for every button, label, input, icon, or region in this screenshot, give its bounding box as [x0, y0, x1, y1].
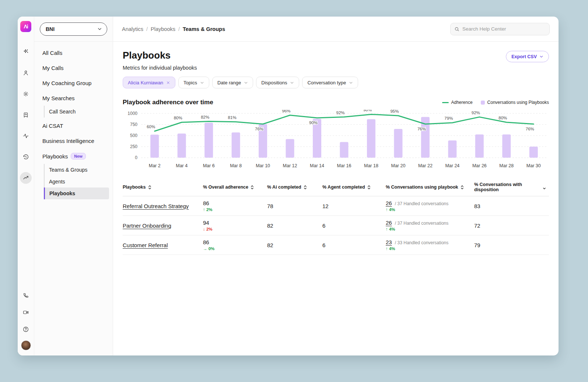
adherence-point-label: 80% — [174, 116, 182, 120]
sidebar-item-call-search[interactable]: Call Search — [45, 106, 109, 118]
page-title: Playbooks — [123, 50, 171, 61]
sidebar-item-all-calls[interactable]: All Calls — [39, 45, 109, 60]
help-search[interactable] — [450, 23, 550, 35]
phone-icon[interactable] — [20, 290, 32, 301]
adherence-point-label: 60% — [147, 125, 155, 129]
activity-icon[interactable] — [20, 130, 32, 142]
help-icon[interactable] — [20, 323, 32, 335]
conversations-delta: ↑ 4% — [386, 207, 471, 212]
app-logo-icon[interactable]: Λi — [20, 21, 31, 32]
history-icon[interactable] — [20, 151, 32, 163]
chevron-down-icon — [290, 81, 294, 85]
conversations-count-link[interactable]: 26 — [386, 200, 392, 206]
playbook-link[interactable]: Customer Referral — [123, 242, 168, 248]
conversations-bar[interactable] — [178, 134, 186, 158]
close-icon[interactable] — [166, 81, 170, 85]
x-tick-label: Mar 16 — [337, 163, 351, 168]
sidebar-item-my-coaching-group[interactable]: My Coaching Group — [39, 76, 109, 91]
adherence-point-label: 76% — [417, 127, 426, 131]
playbook-link[interactable]: Partner Onboarding — [123, 222, 171, 229]
legend-adherence: Adherence — [442, 100, 473, 105]
handled-conversations-label: / 37 Handled conversations — [395, 221, 448, 226]
playbook-link[interactable]: Referral Outreach Strategy — [123, 203, 189, 209]
table-row: Referral Outreach Strategy 86 ↑ 2% 78 12… — [123, 196, 549, 216]
x-tick-label: Mar 8 — [230, 163, 242, 168]
conversations-bar[interactable] — [502, 134, 511, 158]
rail-bottom — [20, 290, 32, 350]
x-tick-label: Mar 20 — [391, 163, 405, 168]
conversations-count-link[interactable]: 23 — [386, 239, 392, 245]
x-tick-label: Mar 12 — [283, 163, 297, 168]
col-agent-completed[interactable]: % Agent completed — [322, 178, 386, 196]
col-playbooks[interactable]: Playbooks — [123, 178, 203, 196]
chart-legend: Adherence Conversations using Playbooks — [442, 100, 549, 105]
handled-conversations-label: / 33 Handled conversations — [395, 240, 448, 245]
filter-date-range[interactable]: Date range — [212, 77, 253, 88]
overall-adherence-delta: ↑ 2% — [203, 207, 264, 212]
y-tick-label: 500 — [130, 133, 137, 138]
breadcrumb-analytics[interactable]: Analytics — [122, 26, 143, 32]
help-search-input[interactable] — [462, 26, 546, 32]
sidebar-item-agents[interactable]: Agents — [45, 176, 109, 188]
saved-search-icon[interactable] — [20, 109, 32, 121]
conversations-bar[interactable] — [204, 123, 213, 158]
x-tick-label: Mar 18 — [364, 163, 378, 168]
sidebar-item-my-searches[interactable]: My Searches — [39, 91, 109, 106]
col-conversations-with-disposition[interactable]: % Conversations with disposition — [474, 178, 549, 196]
conversations-bar[interactable] — [232, 133, 240, 158]
conversations-bar[interactable] — [340, 142, 349, 158]
conversations-bar[interactable] — [448, 140, 456, 158]
conversations-bar-swatch — [481, 101, 485, 105]
x-tick-label: Mar 24 — [445, 163, 459, 168]
conversations-count-link[interactable]: 26 — [386, 220, 392, 226]
overall-adherence-value: 86 — [203, 200, 264, 206]
conversations-bar[interactable] — [394, 129, 402, 158]
sidebar-item-teams-groups[interactable]: Teams & Groups — [45, 164, 109, 176]
breadcrumb-playbooks[interactable]: Playbooks — [151, 26, 175, 32]
conversations-bar[interactable] — [529, 147, 538, 158]
conversations-bar[interactable] — [367, 119, 375, 158]
col-conversations-using-playbook[interactable]: % Conversations using playbook — [386, 178, 474, 196]
sidebar: BNI All Calls My Calls My Coaching Group… — [34, 17, 113, 355]
sidebar-item-my-calls[interactable]: My Calls — [39, 60, 109, 76]
with-disposition-value: 72 — [474, 222, 480, 229]
chart-title: Playbook adherence over time — [123, 99, 213, 106]
topbar: Analytics / Playbooks / Teams & Groups — [113, 17, 559, 42]
sidebar-item-playbooks-sub[interactable]: Playbooks — [44, 188, 109, 199]
playbooks-table: Playbooks % Overall adherence % Ai compl… — [123, 178, 549, 255]
workspace-selector[interactable]: BNI — [40, 22, 107, 36]
adherence-point-label: 95% — [390, 110, 399, 113]
icon-rail: Λi — [18, 17, 34, 355]
user-icon[interactable] — [20, 67, 32, 79]
adherence-point-label: 80% — [498, 116, 507, 120]
sidebar-item-business-intelligence[interactable]: Business Intelligence — [39, 133, 109, 148]
user-avatar[interactable] — [21, 340, 31, 350]
col-overall-adherence[interactable]: % Overall adherence — [203, 178, 267, 196]
sidebar-item-ai-csat[interactable]: Ai CSAT — [39, 118, 109, 133]
x-tick-label: Mar 6 — [203, 163, 215, 168]
sparkles-icon[interactable] — [20, 46, 32, 58]
trending-up-icon[interactable] — [20, 172, 32, 184]
x-tick-label: Mar 2 — [149, 163, 161, 168]
agent-completed-value: 12 — [322, 203, 329, 209]
video-icon[interactable] — [20, 306, 32, 318]
filter-topics[interactable]: Topics — [178, 77, 209, 88]
export-csv-button[interactable]: Export CSV — [506, 51, 549, 62]
overall-adherence-delta: → 0% — [203, 246, 264, 251]
overall-adherence-delta: ↓ 2% — [203, 227, 264, 231]
adherence-point-label: 92% — [472, 111, 480, 115]
gear-icon[interactable] — [20, 88, 32, 100]
conversations-bar[interactable] — [286, 139, 294, 158]
adherence-point-label: 76% — [255, 127, 263, 131]
chevron-down-icon — [200, 81, 204, 85]
conversations-bar[interactable] — [150, 135, 159, 158]
agent-completed-value: 6 — [322, 222, 325, 229]
filter-dispositions[interactable]: Dispositions — [256, 77, 299, 88]
chevron-down-icon — [97, 27, 102, 31]
col-ai-completed[interactable]: % Ai completed — [267, 178, 322, 196]
filter-chip-user[interactable]: Alicia Kurniawan — [123, 77, 175, 88]
filter-conversation-type[interactable]: Conversation type — [302, 77, 358, 88]
conversations-bar[interactable] — [475, 134, 484, 158]
search-icon — [454, 27, 459, 32]
sidebar-item-playbooks[interactable]: Playbooks New — [39, 148, 109, 164]
